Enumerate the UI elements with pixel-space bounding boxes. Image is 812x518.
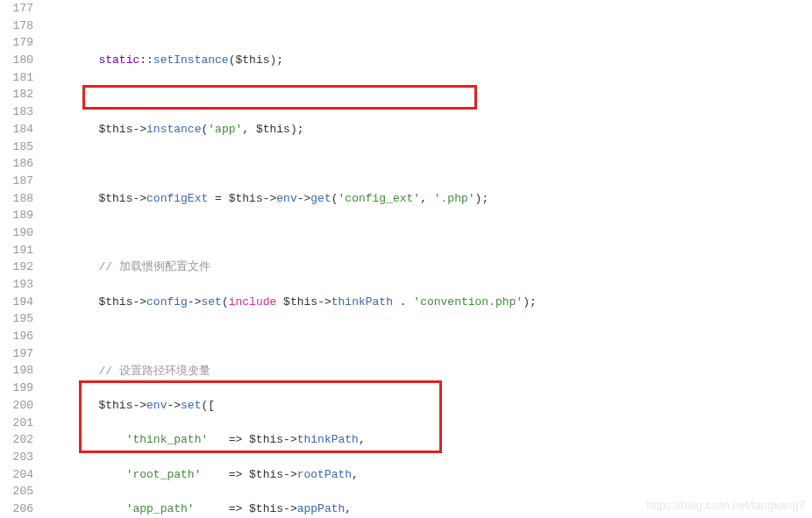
line-number: 191 [0, 242, 33, 259]
line-number: 185 [0, 138, 33, 156]
code-line: $this->instance('app', $this); [44, 121, 812, 138]
code-line: $this->configExt = $this->env->get('conf… [44, 190, 812, 208]
code-line [44, 155, 812, 173]
code-line [44, 328, 812, 345]
line-number: 179 [0, 34, 33, 52]
code-line: // 加载惯例配置文件 [44, 259, 812, 276]
code-line: static::setInstance($this); [44, 52, 812, 69]
line-number: 197 [0, 345, 33, 363]
line-number: 195 [0, 310, 33, 328]
code-line: 'root_path' => $this->rootPath, [44, 466, 812, 484]
line-number: 203 [0, 449, 33, 466]
line-number: 177 [0, 0, 33, 18]
line-number: 194 [0, 294, 33, 311]
line-number: 193 [0, 276, 33, 294]
code-line: // 设置路径环境变量 [44, 363, 812, 380]
line-number: 178 [0, 18, 33, 35]
code-content: static::setInstance($this); $this->insta… [44, 0, 812, 518]
line-number: 186 [0, 155, 33, 173]
line-number: 199 [0, 380, 33, 397]
line-number: 189 [0, 207, 33, 224]
line-number-gutter: 177 178 179 180 181 182 183 184 185 186 … [0, 0, 44, 518]
code-line: 'think_path' => $this->thinkPath, [44, 431, 812, 449]
code-line [44, 86, 812, 103]
code-line: $this->env->set([ [44, 397, 812, 415]
code-line: 'app_path' => $this->appPath, [44, 500, 812, 518]
code-line [44, 224, 812, 242]
line-number: 184 [0, 121, 33, 138]
line-number: 182 [0, 86, 33, 103]
line-number: 205 [0, 483, 33, 500]
line-number: 200 [0, 397, 33, 415]
line-number: 196 [0, 328, 33, 345]
line-number: 183 [0, 103, 33, 121]
code-editor: 177 178 179 180 181 182 183 184 185 186 … [0, 0, 812, 518]
line-number: 192 [0, 259, 33, 276]
code-line: $this->config->set(include $this->thinkP… [44, 294, 812, 311]
line-number: 206 [0, 500, 33, 518]
line-number: 201 [0, 415, 33, 432]
line-number: 202 [0, 431, 33, 449]
line-number: 180 [0, 52, 33, 69]
line-number: 187 [0, 173, 33, 190]
line-number: 190 [0, 224, 33, 242]
line-number: 181 [0, 69, 33, 87]
line-number: 198 [0, 362, 33, 380]
line-number: 204 [0, 466, 33, 484]
line-number: 188 [0, 190, 33, 208]
code-line [44, 18, 812, 35]
